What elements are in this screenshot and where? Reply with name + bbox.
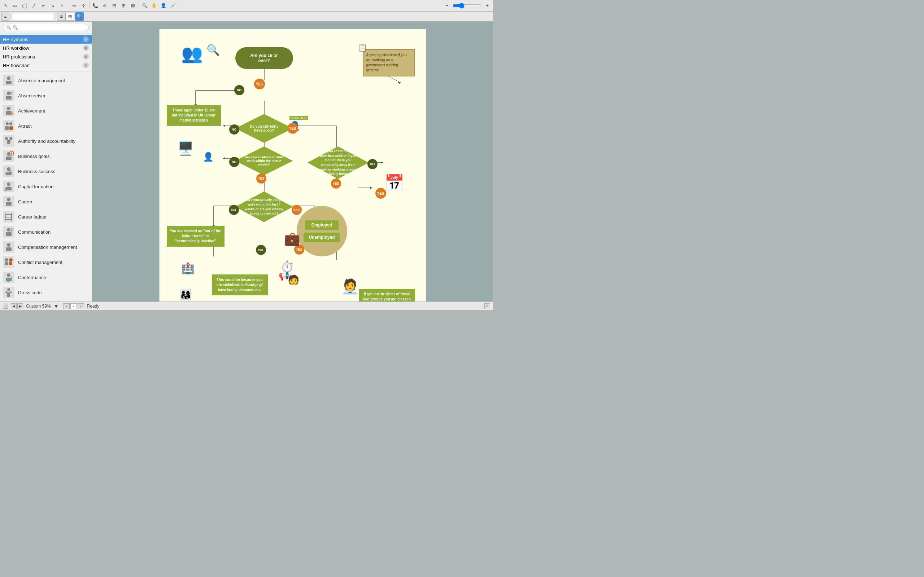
category-hr-symbols[interactable]: HR symbols ✕ [0, 35, 92, 44]
info4-box: If you are in either of these two groups… [359, 289, 415, 301]
svg-marker-62 [223, 125, 225, 127]
yes-badge-q4: YES [331, 179, 341, 189]
panel-toggle[interactable]: ≡ [2, 13, 10, 21]
zoom-slider[interactable] [452, 3, 481, 9]
view-mode-3[interactable]: ▪ [78, 303, 84, 309]
family-figure: 👨‍👩‍👧 [179, 289, 192, 301]
person-tool[interactable]: 👤 [159, 2, 168, 10]
no-badge-q4: NO [367, 159, 378, 169]
zoom-dropdown[interactable]: ▼ [54, 303, 59, 309]
window-tool[interactable]: ▭ [11, 2, 19, 10]
symbol-icon-career-ladder [3, 211, 15, 222]
canvas-area[interactable]: Are you 16 or over? 👥 🔍 A 'yes' applies … [92, 22, 493, 301]
svg-point-42 [7, 273, 10, 277]
line-tool[interactable]: ╱ [30, 2, 38, 10]
svg-point-24 [7, 182, 10, 186]
connector-tool[interactable]: ⌐ [39, 2, 48, 10]
connector2-tool[interactable]: ↳ [48, 2, 57, 10]
symbol-icon-compensation [3, 241, 15, 253]
category-hr-flowchart[interactable]: HR flowchart ✕ [0, 61, 92, 69]
yes-badge-q1: YES [254, 79, 265, 89]
symbol-item-conflict[interactable]: Conflict management [0, 255, 92, 270]
symbol-item-education[interactable]: Education [0, 300, 92, 301]
svg-rect-10 [5, 126, 9, 130]
close-category-button[interactable]: ✕ [83, 36, 89, 42]
q5-node: Have you actively sought work within the… [235, 192, 293, 222]
expand-button[interactable]: ⤢ [485, 303, 490, 309]
symbol-item-business-success[interactable]: Business success [0, 164, 92, 179]
search-area: 🔍 [0, 22, 92, 34]
select-tool[interactable]: ⊹ [79, 2, 88, 10]
zoom-label: Custom 59% [26, 304, 51, 309]
pause-button[interactable]: ⏸ [3, 304, 8, 309]
search-panel-button[interactable]: 🔍 [75, 12, 84, 21]
close-category-button[interactable]: ✕ [83, 62, 89, 68]
category-hr-professions[interactable]: HR professions ✕ [0, 52, 92, 61]
phone-tool[interactable]: 📞 [91, 2, 100, 10]
svg-point-0 [7, 76, 10, 80]
symbol-label: Dress code [18, 290, 42, 295]
no-badge-q3: NO [229, 157, 239, 167]
connector3-tool[interactable]: ⤷ [58, 2, 66, 10]
next-page-button[interactable]: ▶ [17, 303, 23, 309]
search-container: 🔍 [3, 24, 89, 31]
view-mode-1[interactable]: ▪ [63, 303, 69, 309]
symbol-item-compensation[interactable]: Compensation management [0, 239, 92, 255]
info1-text: Those aged under 16 are not included in … [172, 108, 216, 122]
svg-point-38 [5, 258, 8, 262]
sep3 [139, 2, 139, 10]
close-category-button[interactable]: ✕ [83, 45, 89, 51]
svg-marker-68 [223, 157, 225, 160]
no-badge-q5: NO [229, 205, 239, 215]
symbol-item-absenteeism[interactable]: ? Absenteeism [0, 88, 92, 103]
cursor-tool[interactable]: ↖ [2, 2, 10, 10]
q1-node: Are you 16 or over? [235, 47, 293, 69]
symbol-item-achievement[interactable]: ★ Achievement [0, 103, 92, 118]
symbol-icon-business-success [3, 166, 15, 177]
flow2-tool[interactable]: ⊠ [129, 2, 137, 10]
view-toggle: ≡ ⊞ [57, 13, 74, 21]
grid-view-button[interactable]: ⊞ [66, 13, 74, 21]
symbol-icon-absence [3, 75, 15, 86]
q3-node: Are you available to start work within t… [235, 147, 293, 175]
note1-text: A 'yes' applies here if you are working … [366, 53, 407, 72]
zoom-in-button[interactable]: + [483, 2, 492, 10]
view-mode-2[interactable]: ▪ [70, 303, 77, 309]
oval-tool[interactable]: ◯ [20, 2, 29, 10]
symbol-item-career[interactable]: Career [0, 194, 92, 209]
symbol-icon-communication [3, 226, 15, 238]
svg-marker-85 [370, 187, 373, 189]
flow-tool[interactable]: ⊞ [119, 2, 128, 10]
prev-page-button[interactable]: ◀ [11, 303, 16, 309]
symbol-label: Career [18, 199, 32, 205]
zoom-out-button[interactable]: − [443, 2, 451, 10]
symbol-item-career-ladder[interactable]: Career ladder [0, 209, 92, 224]
entity-tool[interactable]: ⊟ [110, 2, 118, 10]
info3-text: This could be because you are sick/disab… [216, 278, 263, 292]
symbol-item-dress-code[interactable]: Dress code [0, 285, 92, 300]
symbol-item-conformance[interactable]: Conformance [0, 270, 92, 285]
zoom-controls: − + [443, 2, 492, 10]
resize-tool[interactable]: ⇔ [69, 2, 78, 10]
yes-badge-q3: YES [256, 174, 267, 184]
symbol-item-communication[interactable]: Communication [0, 224, 92, 239]
symbol-item-business-goals[interactable]: Business goals [0, 148, 92, 164]
list-view-button[interactable]: ≡ [57, 13, 66, 21]
symbol-item-attract[interactable]: Attract [0, 118, 92, 134]
svg-point-36 [7, 243, 10, 247]
category-label: HR workflow [3, 45, 29, 51]
network-tool[interactable]: ⎊ [100, 2, 109, 10]
sep1 [68, 2, 68, 10]
eyedrop-tool[interactable]: 💉 [168, 2, 177, 10]
symbol-label: Achievement [18, 108, 45, 114]
shape-selector[interactable] [11, 13, 55, 20]
close-category-button[interactable]: ✕ [83, 54, 89, 60]
search-input[interactable] [13, 25, 86, 30]
symbol-item-capital-formation[interactable]: $ Capital formation [0, 179, 92, 194]
symbol-item-absence-management[interactable]: Absence management [0, 73, 92, 88]
hand-tool[interactable]: ✋ [150, 2, 158, 10]
category-hr-workflow[interactable]: HR workflow ✕ [0, 44, 92, 52]
q2-label: Do you currently have a job? [246, 124, 282, 132]
symbol-item-authority[interactable]: Authority and accountability [0, 134, 92, 148]
search-tool[interactable]: 🔍 [141, 2, 149, 10]
